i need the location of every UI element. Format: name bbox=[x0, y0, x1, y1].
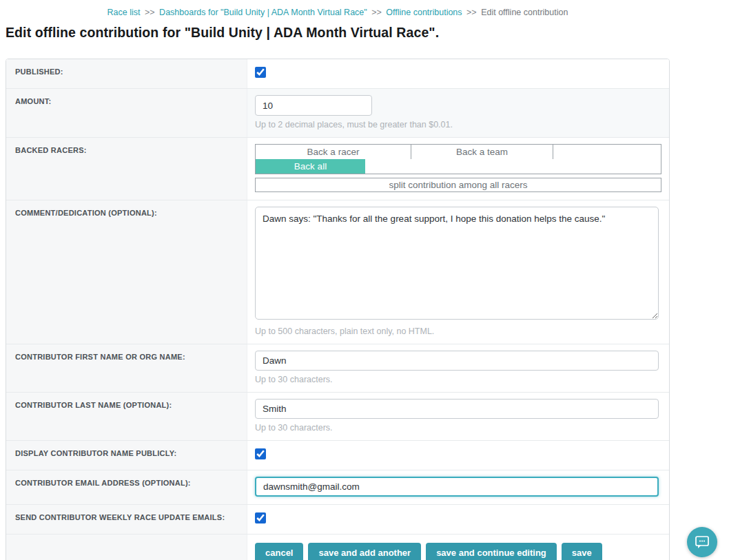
amount-input[interactable] bbox=[255, 95, 372, 116]
breadcrumb-current: Edit offline contribution bbox=[481, 8, 568, 17]
weekly-emails-checkbox[interactable] bbox=[255, 512, 266, 523]
last-name-input[interactable] bbox=[255, 399, 659, 419]
row-last-name: CONTRIBUTOR LAST NAME (OPTIONAL): Up to … bbox=[6, 393, 669, 441]
published-label: PUBLISHED: bbox=[6, 59, 247, 88]
save-and-continue-editing-button[interactable]: save and continue editing bbox=[426, 543, 557, 560]
cancel-button[interactable]: cancel bbox=[255, 543, 303, 560]
actions-label-spacer bbox=[6, 535, 247, 560]
tab-spacer bbox=[553, 145, 661, 159]
tab-back-a-racer[interactable]: Back a racer bbox=[256, 145, 411, 159]
amount-help-text: Up to 2 decimal places, must be greater … bbox=[255, 120, 659, 129]
edit-offline-contribution-form: PUBLISHED: AMOUNT: Up to 2 decimal place… bbox=[6, 59, 670, 560]
first-name-input[interactable] bbox=[255, 351, 659, 371]
comment-help-text: Up to 500 characters, plain text only, n… bbox=[255, 326, 659, 336]
save-button[interactable]: save bbox=[562, 543, 602, 560]
chat-launcher-button[interactable] bbox=[687, 527, 717, 557]
breadcrumb: Race list >> Dashboards for "Build Unity… bbox=[6, 0, 670, 17]
breadcrumb-separator: >> bbox=[143, 8, 157, 17]
breadcrumb-link-offline-contributions[interactable]: Offline contributions bbox=[386, 8, 462, 17]
row-display-name: DISPLAY CONTRIBUTOR NAME PUBLICLY: bbox=[6, 441, 669, 470]
save-and-add-another-button[interactable]: save and add another bbox=[308, 543, 421, 560]
weekly-emails-label: SEND CONTRIBUTOR WEEKLY RACE UPDATE EMAI… bbox=[6, 505, 247, 534]
email-input[interactable] bbox=[255, 477, 659, 497]
row-comment: COMMENT/DEDICATION (OPTIONAL): Dawn says… bbox=[6, 200, 669, 344]
row-first-name: CONTRIBUTOR FIRST NAME OR ORG NAME: Up t… bbox=[6, 344, 669, 393]
published-checkbox[interactable] bbox=[255, 67, 266, 78]
form-actions: cancel save and add another save and con… bbox=[255, 541, 659, 560]
comment-textarea[interactable]: Dawn says: "Thanks for all the great sup… bbox=[255, 207, 659, 320]
row-amount: AMOUNT: Up to 2 decimal places, must be … bbox=[6, 89, 669, 138]
backed-racers-tabs: Back a racer Back a team Back all bbox=[255, 144, 661, 174]
tab-back-all-selected[interactable]: Back all bbox=[256, 159, 365, 174]
speech-bubble-icon bbox=[695, 535, 710, 549]
split-contribution-button[interactable]: split contribution among all racers bbox=[255, 178, 661, 192]
last-name-label: CONTRIBUTOR LAST NAME (OPTIONAL): bbox=[6, 393, 247, 440]
row-actions: cancel save and add another save and con… bbox=[6, 535, 669, 560]
comment-label: COMMENT/DEDICATION (OPTIONAL): bbox=[6, 200, 247, 344]
row-email: CONTRIBUTOR EMAIL ADDRESS (OPTIONAL): bbox=[6, 470, 669, 505]
display-name-checkbox[interactable] bbox=[255, 448, 266, 459]
breadcrumb-link-dashboards[interactable]: Dashboards for "Build Unity | ADA Month … bbox=[159, 8, 367, 17]
row-published: PUBLISHED: bbox=[6, 59, 669, 89]
display-name-label: DISPLAY CONTRIBUTOR NAME PUBLICLY: bbox=[6, 441, 247, 470]
tab-back-a-team[interactable]: Back a team bbox=[411, 145, 553, 159]
row-weekly-emails: SEND CONTRIBUTOR WEEKLY RACE UPDATE EMAI… bbox=[6, 505, 669, 535]
first-name-help-text: Up to 30 characters. bbox=[255, 375, 659, 384]
backed-racers-label: BACKED RACERS: bbox=[6, 138, 247, 200]
first-name-label: CONTRIBUTOR FIRST NAME OR ORG NAME: bbox=[6, 344, 247, 392]
last-name-help-text: Up to 30 characters. bbox=[255, 423, 659, 433]
email-label: CONTRIBUTOR EMAIL ADDRESS (OPTIONAL): bbox=[6, 470, 247, 504]
page-title: Edit offline contribution for "Build Uni… bbox=[6, 25, 729, 41]
breadcrumb-link-race-list[interactable]: Race list bbox=[107, 8, 141, 17]
breadcrumb-separator: >> bbox=[369, 8, 384, 17]
amount-label: AMOUNT: bbox=[6, 89, 247, 137]
breadcrumb-separator: >> bbox=[464, 8, 479, 17]
row-backed-racers: BACKED RACERS: Back a racer Back a team … bbox=[6, 138, 669, 200]
